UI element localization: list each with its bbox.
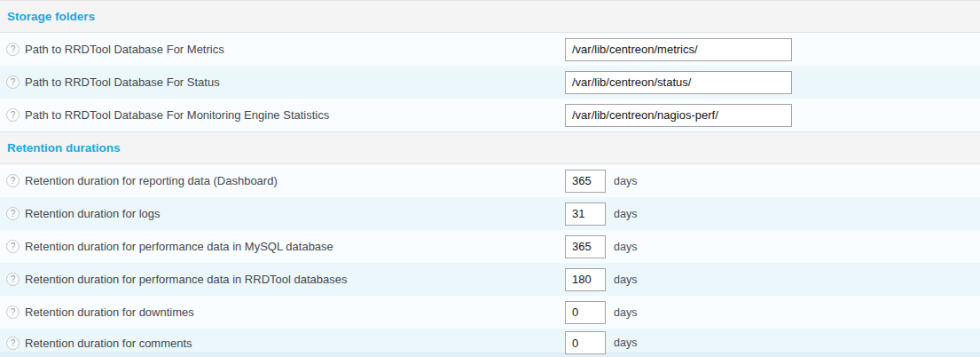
setting-label-cell: ?Retention duration for comments: [0, 337, 565, 350]
setting-input-cell: days: [565, 170, 637, 193]
section-title: Retention durations: [7, 141, 121, 155]
help-question-icon[interactable]: ?: [6, 108, 20, 122]
rrdtool-path-input[interactable]: [565, 71, 792, 94]
section-header: Storage folders: [0, 0, 980, 33]
setting-input-cell: [565, 104, 792, 127]
setting-label: Retention duration for logs: [25, 207, 160, 220]
setting-label: Path to RRDTool Database For Monitoring …: [25, 108, 329, 122]
retention-days-input[interactable]: [565, 170, 606, 193]
setting-input-cell: days: [565, 235, 637, 258]
help-question-icon[interactable]: ?: [6, 273, 20, 286]
setting-input-cell: days: [565, 268, 637, 291]
help-question-icon[interactable]: ?: [6, 305, 20, 319]
help-question-icon[interactable]: ?: [6, 43, 20, 56]
retention-days-input[interactable]: [565, 331, 606, 354]
help-question-icon[interactable]: ?: [6, 240, 20, 253]
setting-label-cell: ?Retention duration for reporting data (…: [0, 174, 565, 187]
setting-label-cell: ?Path to RRDTool Database For Monitoring…: [0, 108, 565, 122]
setting-label: Path to RRDTool Database For Status: [25, 75, 220, 89]
retention-days-input[interactable]: [565, 202, 606, 226]
days-suffix-label: days: [614, 274, 637, 286]
setting-row: ?Path to RRDTool Database For Metrics: [0, 33, 980, 66]
help-question-icon[interactable]: ?: [6, 207, 20, 220]
setting-row: ?Retention duration for downtimesdays: [0, 296, 980, 329]
storage-settings-page: Storage folders?Path to RRDTool Database…: [0, 0, 980, 357]
setting-label-cell: ?Path to RRDTool Database For Status: [0, 75, 565, 89]
retention-days-input[interactable]: [565, 235, 606, 258]
setting-label-cell: ?Retention duration for performance data…: [0, 273, 565, 286]
rrdtool-path-input[interactable]: [565, 104, 792, 127]
setting-row: ?Retention duration for logsdays: [0, 197, 980, 230]
setting-row: ?Path to RRDTool Database For Monitoring…: [0, 99, 980, 131]
retention-days-input[interactable]: [565, 301, 606, 324]
setting-input-cell: [565, 71, 792, 94]
setting-label-cell: ?Retention duration for logs: [0, 207, 565, 220]
help-question-icon[interactable]: ?: [6, 337, 20, 350]
days-suffix-label: days: [614, 175, 637, 187]
setting-input-cell: days: [565, 202, 637, 226]
setting-input-cell: [565, 38, 792, 61]
setting-label: Retention duration for reporting data (D…: [25, 174, 278, 187]
rrdtool-path-input[interactable]: [565, 38, 792, 61]
setting-label: Retention duration for comments: [25, 337, 192, 350]
setting-label: Retention duration for performance data …: [25, 273, 348, 286]
setting-row: ?Retention duration for performance data…: [0, 230, 980, 263]
days-suffix-label: days: [614, 241, 637, 253]
setting-input-cell: days: [565, 331, 637, 354]
setting-label: Retention duration for downtimes: [25, 305, 194, 319]
setting-row: ?Path to RRDTool Database For Status: [0, 66, 980, 99]
section-title: Storage folders: [7, 10, 95, 23]
setting-label-cell: ?Retention duration for downtimes: [0, 305, 565, 319]
setting-row: ?Retention duration for commentsdays: [0, 329, 980, 357]
setting-label-cell: ?Retention duration for performance data…: [0, 240, 565, 253]
days-suffix-label: days: [614, 337, 637, 349]
setting-input-cell: days: [565, 301, 637, 324]
settings-table: Storage folders?Path to RRDTool Database…: [0, 0, 980, 357]
days-suffix-label: days: [614, 306, 637, 319]
help-question-icon[interactable]: ?: [6, 75, 20, 89]
help-question-icon[interactable]: ?: [6, 174, 20, 187]
setting-label: Retention duration for performance data …: [25, 240, 333, 253]
setting-label: Path to RRDTool Database For Metrics: [25, 43, 224, 56]
days-suffix-label: days: [614, 208, 637, 220]
setting-label-cell: ?Path to RRDTool Database For Metrics: [0, 43, 565, 56]
setting-row: ?Retention duration for reporting data (…: [0, 164, 980, 197]
setting-row: ?Retention duration for performance data…: [0, 263, 980, 296]
section-header: Retention durations: [0, 131, 980, 164]
retention-days-input[interactable]: [565, 268, 606, 291]
